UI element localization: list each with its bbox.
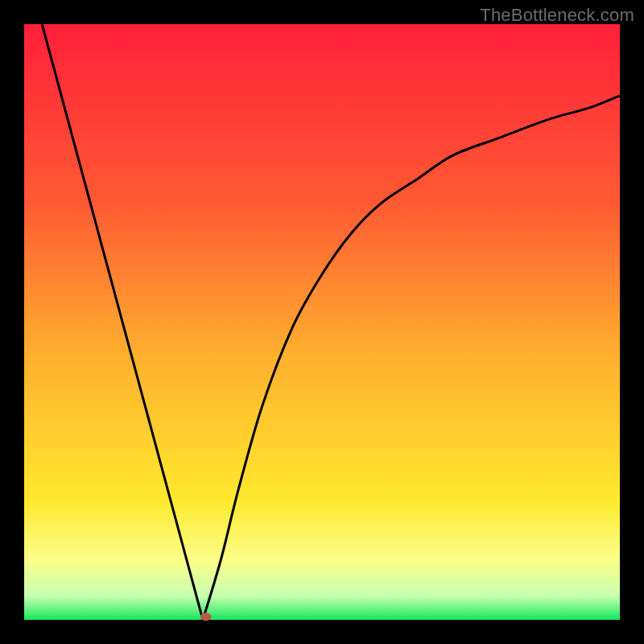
watermark-text: TheBottleneck.com: [480, 5, 634, 26]
bottleneck-curve: [24, 24, 620, 620]
plot-area: [24, 24, 620, 620]
curve-path: [42, 24, 620, 620]
minimum-marker: [200, 613, 212, 621]
chart-frame: TheBottleneck.com: [0, 0, 644, 644]
